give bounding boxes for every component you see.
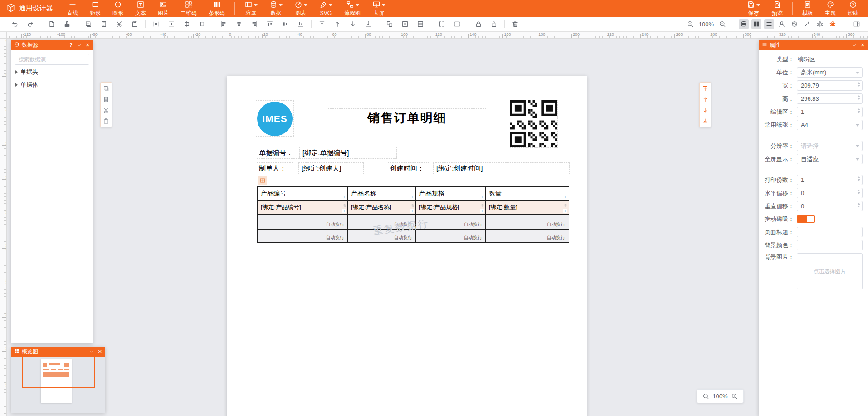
group-icon[interactable]	[385, 19, 395, 29]
trash-icon[interactable]	[564, 201, 567, 209]
lock-icon[interactable]	[473, 19, 483, 29]
chevron-down-icon[interactable]	[356, 4, 359, 6]
doc-no-binding[interactable]: [绑定:单据编号]	[299, 147, 397, 159]
select-arrow-icon[interactable]	[856, 124, 859, 127]
number-stepper[interactable]	[858, 176, 860, 181]
expand-arrow-icon[interactable]	[15, 83, 18, 87]
number-stepper[interactable]	[858, 203, 860, 207]
align-bottom-icon[interactable]	[296, 19, 306, 29]
cut-icon[interactable]	[102, 106, 111, 115]
tool-help[interactable]: ?帮助	[842, 0, 864, 17]
trash-icon[interactable]	[411, 201, 414, 209]
table-autowrap-cell[interactable]: 自动换行	[486, 215, 568, 229]
history-icon[interactable]	[790, 19, 800, 29]
align-left-icon[interactable]	[219, 19, 229, 29]
trash-icon[interactable]	[481, 201, 484, 209]
creator-binding[interactable]: [绑定:创建人]	[298, 162, 364, 174]
tool-line[interactable]: 直线	[61, 0, 84, 17]
blocks-icon[interactable]	[751, 19, 761, 29]
prop-input-page-title[interactable]	[797, 227, 863, 237]
duplicate-icon[interactable]	[83, 19, 93, 29]
panels-icon[interactable]	[852, 19, 862, 29]
created-time-binding[interactable]: [绑定:创建时间]	[433, 162, 570, 174]
tree-item-doc-header[interactable]: 单据头	[15, 66, 89, 78]
undo-icon[interactable]	[10, 19, 20, 29]
bring-to-front-icon[interactable]	[701, 84, 710, 93]
datasource-panel-header[interactable]: 数据源 ? ✕	[11, 40, 93, 50]
text-style-badge[interactable]: T	[563, 209, 567, 213]
text-style-badge[interactable]: T	[563, 195, 567, 199]
chevron-down-icon[interactable]	[382, 4, 385, 6]
redo-icon[interactable]	[25, 19, 35, 29]
tree-item-doc-body[interactable]: 单据体	[15, 79, 89, 90]
trash-icon[interactable]	[510, 19, 520, 29]
number-stepper[interactable]	[858, 108, 860, 113]
bug-filled-icon[interactable]	[828, 19, 838, 29]
document-icon[interactable]	[102, 95, 111, 104]
clear-stamp-icon[interactable]	[62, 19, 72, 29]
document-icon[interactable]	[99, 19, 109, 29]
unlock-icon[interactable]	[489, 19, 499, 29]
prop-select-unit[interactable]: 毫米(mm)	[797, 67, 863, 78]
collapse-icon[interactable]	[77, 43, 82, 48]
zoom-out-icon[interactable]	[685, 19, 695, 29]
select-arrow-icon[interactable]	[856, 145, 859, 147]
logo-element[interactable]: IMES	[256, 100, 294, 137]
qr-code-element[interactable]	[510, 100, 558, 148]
prop-input-bg-color[interactable]	[797, 240, 863, 250]
tool-rect[interactable]: 矩形	[84, 0, 107, 17]
table-binding-cell[interactable]: [绑定:产品名称]T	[348, 201, 416, 214]
tool-preview[interactable]: 预览	[766, 0, 789, 17]
align-center-icon[interactable]	[234, 19, 244, 29]
doc-no-label[interactable]: 单据编号：	[257, 147, 299, 159]
table-autowrap-cell[interactable]: 自动换行	[258, 230, 348, 242]
outline-icon[interactable]	[764, 19, 774, 29]
select-arrow-icon[interactable]	[856, 72, 859, 74]
collapse-icon[interactable]	[89, 349, 94, 354]
new-file-icon[interactable]	[47, 19, 57, 29]
chevron-down-icon[interactable]	[254, 4, 258, 6]
bracket-horizontal-icon[interactable]	[437, 19, 447, 29]
tool-chart[interactable]: 图表	[288, 0, 313, 17]
prop-toggle-drag-snap[interactable]	[797, 215, 815, 223]
prop-input-height[interactable]: 296.83	[797, 93, 863, 104]
bug-icon[interactable]	[815, 19, 825, 29]
tool-template[interactable]: 模板	[796, 0, 819, 17]
center-vertical-icon[interactable]	[197, 19, 207, 29]
align-middle-icon[interactable]	[280, 19, 290, 29]
chevron-down-icon[interactable]	[304, 4, 307, 6]
text-style-badge[interactable]: T	[342, 209, 346, 213]
table-tool-button[interactable]	[258, 176, 267, 185]
prop-select-fullscreen[interactable]: 自适应	[797, 154, 863, 164]
table-header-cell[interactable]: 产品名称T	[348, 187, 416, 200]
prop-imagepicker-bg-image[interactable]: 点击选择图片	[797, 253, 863, 289]
user-icon[interactable]	[777, 19, 787, 29]
help-icon[interactable]: ?	[69, 42, 73, 48]
align-top-icon[interactable]	[265, 19, 275, 29]
distribute-vertical-icon[interactable]	[166, 19, 176, 29]
move-down-icon[interactable]	[348, 19, 358, 29]
prop-input-width[interactable]: 209.79	[797, 80, 863, 91]
tool-image[interactable]: 图片	[152, 0, 175, 17]
bracket-vertical-icon[interactable]	[452, 19, 462, 29]
tool-svg[interactable]: SVG	[313, 0, 338, 17]
tool-circle[interactable]: 圆形	[107, 0, 129, 17]
table-header-cell[interactable]: 产品规格T	[416, 187, 486, 200]
center-horizontal-icon[interactable]	[182, 19, 192, 29]
table-binding-cell[interactable]: [绑定:产品编号]T	[258, 201, 348, 214]
text-style-badge[interactable]: T	[480, 195, 484, 199]
tool-container[interactable]: 容器	[239, 0, 263, 17]
table-header-cell[interactable]: 产品编号T	[258, 187, 348, 200]
prop-select-resolution[interactable]: 请选择	[797, 141, 863, 151]
number-stepper[interactable]	[858, 95, 860, 100]
combine-icon[interactable]	[415, 19, 425, 29]
creator-label[interactable]: 制单人：	[257, 162, 293, 174]
chevron-down-icon[interactable]	[329, 4, 332, 6]
text-style-badge[interactable]: T	[410, 195, 414, 199]
duplicate-icon[interactable]	[102, 84, 111, 93]
move-up-icon[interactable]	[701, 95, 710, 104]
collapse-icon[interactable]	[852, 43, 857, 48]
move-up-icon[interactable]	[332, 19, 342, 29]
distribute-horizontal-icon[interactable]	[151, 19, 161, 29]
cut-icon[interactable]	[114, 19, 124, 29]
